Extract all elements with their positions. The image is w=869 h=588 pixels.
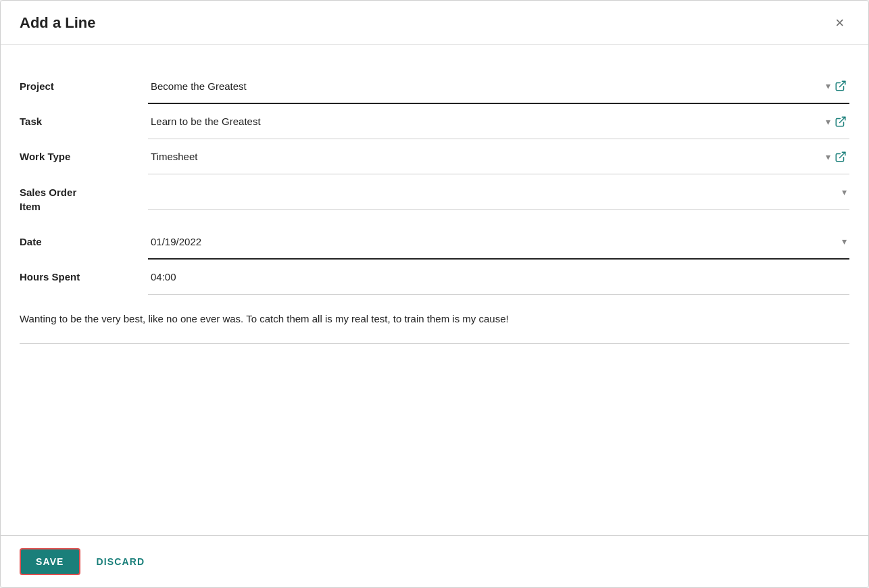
date-actions: ▾ <box>842 236 849 247</box>
date-dropdown-arrow[interactable]: ▾ <box>842 236 847 247</box>
hours-spent-field: 04:00 <box>148 260 849 295</box>
save-button[interactable]: SAVE <box>20 548 80 575</box>
work-type-field: Timesheet ▾ <box>148 139 849 174</box>
date-value[interactable]: 01/19/2022 <box>148 230 842 253</box>
svg-line-1 <box>840 117 845 122</box>
work-type-row: Work Type Timesheet ▾ <box>20 139 849 174</box>
sales-order-item-actions: ▾ <box>842 187 849 197</box>
sales-order-item-row: Sales Order Item ▾ <box>20 174 849 224</box>
work-type-external-link-icon[interactable] <box>835 151 847 163</box>
date-field: 01/19/2022 ▾ <box>148 224 849 260</box>
sales-order-item-label: Sales Order Item <box>20 174 148 224</box>
task-actions: ▾ <box>826 116 849 128</box>
date-row: Date 01/19/2022 ▾ <box>20 224 849 260</box>
task-dropdown-arrow[interactable]: ▾ <box>826 116 830 127</box>
work-type-label: Work Type <box>20 139 148 174</box>
dialog-title: Add a Line <box>20 14 95 32</box>
project-external-link-icon[interactable] <box>835 80 847 92</box>
task-field: Learn to be the Greatest ▾ <box>148 104 849 139</box>
svg-line-2 <box>840 152 845 157</box>
work-type-actions: ▾ <box>826 151 849 163</box>
sales-order-item-dropdown-arrow[interactable]: ▾ <box>842 187 847 197</box>
discard-button[interactable]: DISCARD <box>94 549 148 574</box>
date-label: Date <box>20 224 148 260</box>
svg-line-0 <box>840 81 845 87</box>
project-field: Become the Greatest ▾ <box>148 69 849 104</box>
project-dropdown-arrow[interactable]: ▾ <box>826 80 830 91</box>
work-type-value[interactable]: Timesheet <box>148 145 826 168</box>
hours-spent-value[interactable]: 04:00 <box>148 266 849 288</box>
dialog-header: Add a Line × <box>1 1 868 45</box>
task-label: Task <box>20 104 148 139</box>
project-value[interactable]: Become the Greatest <box>148 75 826 97</box>
task-value[interactable]: Learn to be the Greatest <box>148 110 826 132</box>
dialog-body: Project Become the Greatest ▾ Task <box>1 45 868 535</box>
work-type-dropdown-arrow[interactable]: ▾ <box>826 151 830 162</box>
task-external-link-icon[interactable] <box>835 116 847 128</box>
project-label: Project <box>20 69 148 104</box>
description-text[interactable]: Wanting to be the very best, like no one… <box>20 311 849 327</box>
task-row: Task Learn to be the Greatest ▾ <box>20 104 849 139</box>
sales-order-item-field: ▾ <box>148 174 849 210</box>
hours-spent-row: Hours Spent 04:00 <box>20 260 849 295</box>
close-button[interactable]: × <box>830 13 849 33</box>
sales-order-item-value[interactable] <box>148 187 842 197</box>
add-a-line-dialog: Add a Line × Project Become the Greatest… <box>0 0 869 588</box>
project-row: Project Become the Greatest ▾ <box>20 69 849 104</box>
project-actions: ▾ <box>826 80 849 92</box>
description-area: Wanting to be the very best, like no one… <box>20 311 849 344</box>
hours-spent-label: Hours Spent <box>20 260 148 295</box>
dialog-footer: SAVE DISCARD <box>1 535 868 587</box>
